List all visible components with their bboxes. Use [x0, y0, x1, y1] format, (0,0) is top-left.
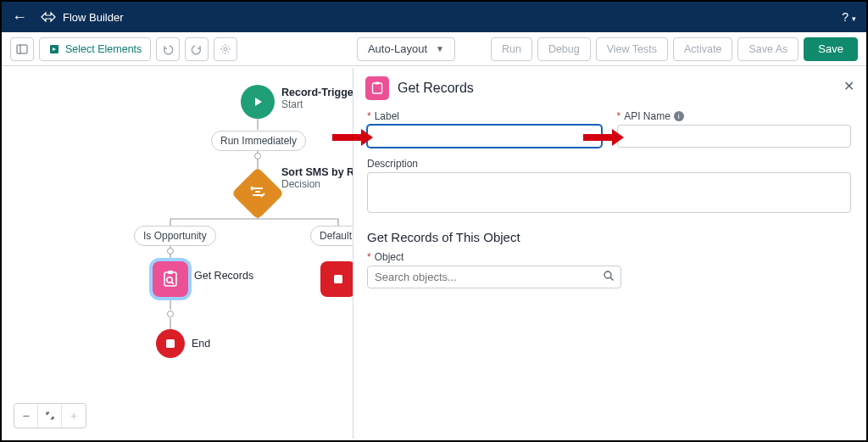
view-tests-button[interactable]: View Tests — [596, 37, 668, 61]
get-records-node[interactable] — [153, 261, 188, 297]
search-icon — [603, 270, 615, 285]
api-name-field-label: API Name — [624, 110, 670, 122]
svg-line-20 — [610, 277, 614, 281]
flow-builder-icon — [41, 11, 56, 23]
section-title: Get Records of This Object — [367, 230, 851, 244]
get-records-label: Get Records — [194, 270, 253, 282]
help-button[interactable]: ? ▾ — [842, 10, 856, 24]
svg-rect-17 — [373, 83, 382, 93]
add-node-connector-end[interactable] — [167, 311, 174, 317]
svg-point-3 — [224, 48, 227, 51]
select-elements-label: Select Elements — [65, 43, 142, 55]
start-subtitle: Start — [281, 98, 364, 110]
description-field-label: Description — [367, 158, 418, 170]
undo-button[interactable] — [156, 37, 180, 61]
auto-layout-dropdown[interactable]: Auto-Layout ▼ — [357, 37, 455, 61]
end-node[interactable] — [156, 329, 185, 358]
panel-icon — [365, 76, 389, 100]
object-field-label: Object — [375, 251, 404, 263]
top-bar: ← Flow Builder ? ▾ — [2, 2, 866, 32]
end-label: End — [192, 338, 210, 350]
activate-button[interactable]: Activate — [673, 37, 732, 61]
branch-is-opportunity[interactable]: Is Opportunity — [134, 226, 216, 246]
redo-button[interactable] — [185, 37, 209, 61]
svg-rect-0 — [17, 45, 27, 53]
chevron-down-icon: ▼ — [436, 44, 444, 53]
svg-rect-16 — [334, 275, 342, 283]
run-immediately-pill[interactable]: Run Immediately — [211, 131, 306, 151]
select-elements-button[interactable]: Select Elements — [39, 37, 151, 61]
zoom-in-button: + — [62, 404, 86, 428]
close-panel-button[interactable]: ✕ — [843, 78, 854, 94]
svg-rect-12 — [168, 271, 173, 274]
description-input[interactable] — [367, 172, 851, 213]
properties-panel: Get Records ✕ *Label *API Name i Descrip… — [353, 68, 865, 439]
api-name-input[interactable] — [617, 125, 852, 148]
decision-node[interactable] — [239, 175, 276, 212]
toggle-panel-button[interactable] — [10, 37, 34, 61]
default-node[interactable] — [320, 261, 356, 297]
settings-button[interactable] — [214, 37, 237, 61]
play-icon — [241, 85, 275, 119]
save-as-button[interactable]: Save As — [737, 37, 798, 61]
back-arrow-icon[interactable]: ← — [12, 8, 27, 26]
toolbar: Select Elements Auto-Layout ▼ Run Debug … — [2, 32, 866, 66]
object-search-input[interactable] — [367, 266, 621, 288]
auto-layout-label: Auto-Layout — [368, 42, 427, 55]
decision-icon — [249, 183, 266, 204]
svg-rect-11 — [164, 272, 176, 286]
save-button[interactable]: Save — [804, 37, 858, 61]
label-input[interactable] — [367, 125, 602, 148]
debug-button[interactable]: Debug — [537, 37, 591, 61]
svg-line-14 — [172, 283, 175, 285]
info-icon[interactable]: i — [674, 111, 684, 121]
zoom-controls: − + — [14, 403, 86, 428]
start-title: Record-Triggere — [281, 87, 364, 98]
svg-point-13 — [167, 277, 172, 283]
panel-title: Get Records — [398, 81, 474, 96]
flow-builder-label: Flow Builder — [63, 11, 124, 24]
default-node-icon — [320, 261, 356, 297]
add-node-connector-left[interactable] — [167, 248, 174, 255]
stop-icon — [156, 329, 185, 358]
svg-rect-15 — [166, 339, 175, 348]
zoom-out-button[interactable]: − — [14, 404, 38, 428]
run-button[interactable]: Run — [491, 37, 532, 61]
label-field-label: Label — [375, 110, 399, 122]
flow-builder-title: Flow Builder — [41, 11, 124, 24]
svg-rect-18 — [376, 82, 380, 85]
add-node-connector[interactable] — [254, 153, 261, 159]
get-records-icon — [153, 261, 188, 297]
svg-point-19 — [604, 271, 611, 278]
zoom-fit-button[interactable] — [38, 404, 62, 428]
start-node[interactable] — [241, 85, 275, 119]
